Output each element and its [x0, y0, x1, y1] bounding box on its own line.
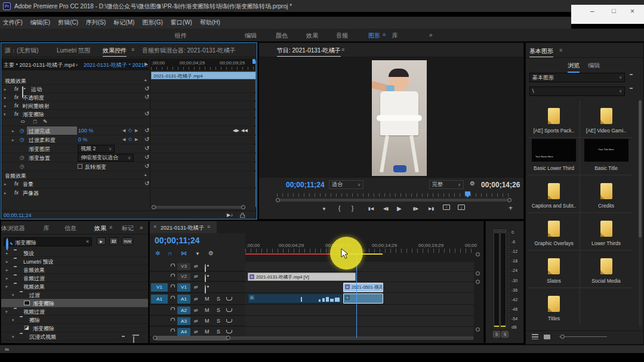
step-fwd-icon[interactable]: ▮▶ — [413, 206, 418, 211]
thumb-size-slider-track[interactable] — [559, 336, 607, 337]
ec-row-motion[interactable]: ▸ fx 运动 ↺ — [1, 85, 257, 93]
template-item[interactable]: [AE] Video Gami.. — [580, 100, 632, 137]
tree-item-video-transitions[interactable]: ▾ 视频过渡 — [1, 307, 148, 315]
goto-in-icon[interactable]: ▮◀ — [368, 206, 374, 211]
track-toggle-v3[interactable]: V3 — [177, 263, 190, 270]
thumbnail-view-icon[interactable] — [544, 335, 550, 339]
lift-icon[interactable]: ↑ — [443, 205, 450, 210]
pen-mask-icon[interactable]: ✎ — [43, 119, 48, 125]
snap-icon[interactable]: ✲ — [155, 250, 160, 256]
chevron-right-icon[interactable]: ▸ — [4, 95, 7, 100]
mute-button[interactable]: M — [205, 318, 209, 324]
minimize-button[interactable]: – — [590, 7, 594, 16]
thumb-size-slider-knob[interactable] — [560, 335, 565, 339]
tree-item-gradient-wipe-effect[interactable]: 渐变擦除 — [1, 299, 148, 307]
track-toggle-a3[interactable]: A3 — [177, 317, 190, 325]
graphics-path-dropdown[interactable]: \ ∨ — [529, 86, 625, 96]
solo-button[interactable]: S — [217, 318, 220, 324]
menu-file[interactable]: 文件(F) — [3, 18, 23, 27]
program-menu-icon[interactable]: ≡ — [341, 47, 344, 52]
extract-icon[interactable]: ↓ — [458, 205, 465, 210]
collapse-icon[interactable]: ▴ — [144, 78, 147, 82]
tab-lumetri-scopes[interactable]: Lumetri 范围 — [57, 47, 90, 55]
fx-badge-icon[interactable]: fx — [14, 94, 19, 100]
stopwatch-icon[interactable]: ◷ — [20, 128, 24, 134]
ec-row-transition-complete[interactable]: ▸ ◷ 过渡完成 100 % ◀ ◇ ▶ ↺ ◀▶ ◀◀ — [1, 126, 257, 135]
sequence-tab[interactable]: × 2021-0131-吃橘子 ≡ — [150, 221, 217, 233]
ec-row-transition-softness[interactable]: ▸ ◷ 过渡柔和度 0 % ◀ ◇ ▶ ↺ — [1, 135, 257, 144]
program-quality-dropdown[interactable]: 完整 ∨ — [429, 180, 464, 189]
timeline-hscroll-handle[interactable] — [155, 336, 229, 341]
tab-media-browser[interactable]: 媒体浏览器 — [1, 224, 25, 233]
template-item[interactable]: [AE] Sports Pack.. — [528, 100, 580, 137]
track-toggle-a1[interactable]: A1 — [177, 295, 190, 304]
kf-next-icon[interactable]: ▶ — [135, 137, 138, 142]
chevron-right-icon[interactable]: ▸ — [12, 129, 14, 134]
yuv-badge[interactable]: YUV — [122, 237, 133, 245]
sequence-clip-label[interactable]: 2021-0131-吃橘子 * 2021... — [84, 61, 149, 69]
solo-right-button[interactable]: S — [501, 331, 509, 338]
track-content-area[interactable]: fx 2021-0131-吃橘子.mp4 [V] fx 2021-0501-很高… — [245, 262, 474, 337]
tree-item-presets[interactable]: ▸ 预设 — [1, 249, 148, 257]
template-item[interactable]: Lower Thirds — [580, 213, 632, 250]
tab-effect-controls[interactable]: 效果控件 — [103, 47, 127, 57]
ec-timecode[interactable]: 00;00;11;24 — [4, 212, 32, 218]
sync-lock-icon[interactable]: ⇄ — [194, 274, 198, 279]
kf-nav-lane-icon-2[interactable]: ◀◀ — [241, 128, 248, 133]
sync-lock-icon[interactable]: ⇄ — [194, 308, 198, 313]
transition-softness-value[interactable]: 0 % — [78, 137, 88, 143]
mute-button[interactable]: M — [205, 296, 209, 302]
reset-icon[interactable]: ↺ — [144, 163, 149, 169]
tab-libraries[interactable]: 库 — [44, 224, 50, 233]
sync-lock-icon[interactable]: ⇄ — [194, 318, 198, 324]
tree-item-audio-transitions[interactable]: ▸ 音频过渡 — [1, 274, 148, 282]
reset-icon[interactable]: ↺ — [144, 154, 149, 160]
mute-button[interactable]: M — [205, 329, 209, 335]
reset-icon[interactable]: ↺ — [144, 146, 149, 151]
template-item[interactable]: Your Title Here Basic Title — [580, 138, 632, 175]
reset-icon[interactable]: ↺ — [144, 137, 149, 143]
add-marker-icon[interactable]: ▼ — [195, 251, 200, 256]
master-clip-label[interactable]: 主要 * 2021-0131-吃橘子.mp4 — [4, 61, 75, 69]
ec-row-gradient-layer[interactable]: 渐变图层 视频 2 ∨ ↺ — [1, 144, 257, 153]
program-tab[interactable]: 节目: 2021-0131-吃橘子 — [277, 47, 341, 57]
close-sequence-icon[interactable]: × — [153, 224, 156, 230]
stopwatch-icon[interactable]: ◷ — [20, 163, 24, 169]
menu-markers[interactable]: 标记(M) — [113, 18, 134, 27]
ec-row-time-remap[interactable]: ▸ fx 时间重映射 — [1, 101, 257, 110]
workspace-tab-assembly[interactable]: 组件 — [175, 32, 187, 40]
master-clip-dropdown-icon[interactable]: ∨ — [75, 63, 78, 67]
ec-row-gradient-placement[interactable]: ◷ 渐变放置 伸缩渐变以适合 ∨ ↺ — [1, 153, 257, 162]
ec-row-panner[interactable]: ▸ fx 声像器 — [1, 188, 257, 197]
chevron-right-icon[interactable]: ▸ — [4, 182, 7, 187]
timeline-vscroll-knob-4[interactable] — [476, 327, 480, 332]
program-zoom-dropdown[interactable]: 适合 ∨ — [329, 180, 363, 189]
accelerated-effects-badge[interactable]: ▶ — [97, 237, 106, 245]
gradient-placement-dropdown[interactable]: 伸缩渐变以适合 ∨ — [78, 154, 134, 162]
workspace-tab-graphics[interactable]: 图形 — [368, 32, 380, 40]
reset-icon[interactable]: ↺ — [144, 86, 149, 92]
reverse-gradient-checkbox[interactable] — [78, 164, 82, 169]
kf-add-icon[interactable]: ◇ — [128, 137, 132, 142]
play-icon[interactable]: ▶ — [397, 205, 402, 212]
reset-icon[interactable]: ↺ — [144, 128, 149, 134]
clip-a1[interactable]: fx — [248, 293, 343, 304]
program-timecode[interactable]: 00;00;11;24 — [286, 181, 325, 189]
program-scroll-knob-left[interactable] — [276, 198, 280, 202]
timeline-menu-icon[interactable]: ≡ — [207, 224, 210, 230]
transition-complete-value[interactable]: 100 % — [78, 128, 94, 134]
tree-item-immersive-video[interactable]: ▾ 沉浸式视频 — [1, 332, 148, 341]
kf-next-icon[interactable]: ▶ — [135, 128, 138, 133]
ec-scrollbar-knob-right[interactable] — [241, 205, 245, 209]
ec-ruler[interactable]: ;00;00 00;00;04;29 00;00;09;29 — [150, 58, 257, 70]
tree-item-transition-bin[interactable]: ▾ 过渡 — [1, 290, 148, 299]
program-scroll-track[interactable] — [279, 199, 507, 202]
ec-video-effects-header[interactable]: 视频效果 ▴ — [1, 76, 149, 85]
graphics-tab-edit[interactable]: 编辑 — [588, 61, 600, 70]
stopwatch-icon[interactable]: ◷ — [20, 154, 24, 160]
essential-graphics-tab[interactable]: 基本图形 — [529, 47, 553, 57]
goto-out-icon[interactable]: ▶▮ — [429, 206, 434, 211]
linked-selection-icon[interactable]: ⋈ — [181, 250, 187, 256]
fx-badge-icon[interactable]: fx — [14, 86, 19, 92]
rect-mask-icon[interactable]: □ — [33, 119, 36, 125]
